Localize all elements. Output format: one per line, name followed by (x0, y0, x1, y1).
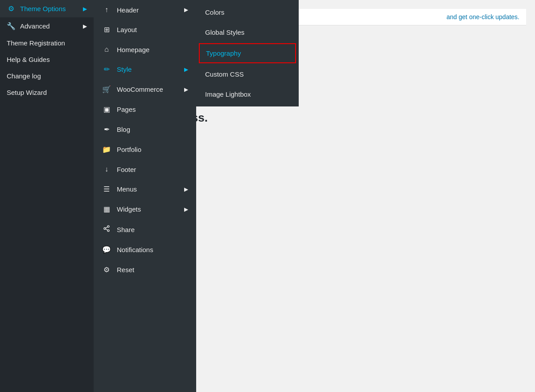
sidebar-item-label: Change log (7, 72, 41, 80)
submenu-global-styles[interactable]: Global Styles (196, 22, 299, 42)
cart-icon: 🛒 (102, 85, 111, 94)
dropdown-header[interactable]: ↑ Header ▶ (94, 0, 196, 20)
sidebar-item-advanced[interactable]: Advanced ▶ (0, 17, 94, 35)
dropdown-widgets[interactable]: ▦ Widgets ▶ (94, 199, 196, 219)
dropdown-layout[interactable]: ⊞ Layout (94, 20, 196, 40)
sidebar-item-theme-registration[interactable]: Theme Registration (0, 35, 94, 51)
dropdown-item-label: Widgets (117, 205, 141, 213)
sidebar-item-theme-options[interactable]: Theme Options ▶ (0, 0, 94, 17)
svg-line-3 (106, 229, 108, 230)
dropdown-item-label: Reset (117, 266, 134, 274)
gear-icon (7, 4, 16, 13)
dropdown-item-label: Footer (117, 166, 136, 173)
sidebar-item-help-guides[interactable]: Help & Guides (0, 51, 94, 68)
arrow-icon: ▶ (83, 6, 87, 12)
home-icon: ⌂ (102, 45, 111, 53)
wrench-icon (7, 22, 16, 30)
down-arrow-icon: ↓ (102, 165, 111, 173)
dropdown-item-label: Style (117, 65, 132, 73)
submenu-image-lightbox[interactable]: Image Lightbox (196, 84, 299, 104)
dropdown-item-label: Menus (117, 185, 137, 193)
dropdown-level3: Colors Global Styles Typography Custom C… (196, 0, 299, 106)
dropdown-style[interactable]: ✏ Style ▶ (94, 59, 196, 79)
update-text: and get one-click updates. (447, 13, 519, 20)
dropdown-item-label: WooCommerce (117, 86, 163, 93)
dropdown-pages[interactable]: ▣ Pages (94, 99, 196, 119)
grid-icon: ⊞ (102, 25, 111, 34)
dropdown-item-label: Share (117, 226, 135, 233)
submenu-item-label: Global Styles (205, 29, 244, 36)
arrow-icon: ▶ (184, 206, 188, 212)
reset-icon: ⚙ (102, 265, 111, 274)
svg-point-1 (104, 228, 106, 229)
submenu-item-label: Image Lightbox (205, 90, 251, 98)
blog-icon: ✒ (102, 125, 111, 134)
dropdown-footer[interactable]: ↓ Footer (94, 159, 196, 179)
dropdown-woocommerce[interactable]: 🛒 WooCommerce ▶ (94, 79, 196, 99)
arrow-icon: ▶ (184, 186, 188, 192)
svg-point-0 (107, 225, 109, 227)
submenu-custom-css[interactable]: Custom CSS (196, 64, 299, 84)
dropdown-item-label: Layout (117, 26, 137, 33)
submenu-colors[interactable]: Colors (196, 2, 299, 22)
arrow-icon: ▶ (184, 7, 188, 13)
dropdown-reset[interactable]: ⚙ Reset (94, 260, 196, 280)
submenu-typography[interactable]: Typography (199, 43, 296, 63)
arrow-icon: ▶ (184, 86, 188, 93)
submenu-item-label: Colors (205, 8, 224, 16)
sidebar-item-label: Theme Registration (7, 39, 65, 47)
dropdown-portfolio[interactable]: 📁 Portfolio (94, 139, 196, 159)
dropdown-item-label: Homepage (117, 46, 149, 53)
page-icon: ▣ (102, 105, 111, 114)
sidebar-item-setup-wizard[interactable]: Setup Wizard (0, 84, 94, 101)
dropdown-item-label: Portfolio (117, 146, 141, 153)
dropdown-menus[interactable]: ☰ Menus ▶ (94, 179, 196, 199)
arrow-icon: ▶ (184, 66, 188, 73)
dropdown-level2: ↑ Header ▶ ⊞ Layout ⌂ Homepage ✏ Style ▶… (94, 0, 196, 392)
dropdown-item-label: Notifications (117, 246, 153, 253)
up-arrow-icon: ↑ (102, 6, 111, 14)
sidebar: Theme Options ▶ Advanced ▶ Theme Registr… (0, 0, 94, 392)
submenu-item-label: Custom CSS (205, 70, 244, 78)
dropdown-share[interactable]: Share (94, 219, 196, 240)
sidebar-item-label: Theme Options (20, 5, 66, 12)
svg-line-4 (106, 227, 108, 228)
arrow-icon: ▶ (83, 23, 87, 29)
sidebar-item-change-log[interactable]: Change log (0, 68, 94, 84)
sidebar-item-label: Setup Wizard (7, 89, 47, 96)
dropdown-homepage[interactable]: ⌂ Homepage (94, 40, 196, 59)
menu-icon: ☰ (102, 185, 111, 193)
svg-point-2 (107, 230, 109, 232)
widget-icon: ▦ (102, 205, 111, 213)
notifications-icon: 💬 (102, 245, 111, 254)
dropdown-item-label: Blog (117, 126, 130, 133)
dropdown-blog[interactable]: ✒ Blog (94, 119, 196, 139)
sidebar-item-label: Advanced (20, 22, 50, 30)
sidebar-item-label: Help & Guides (7, 56, 50, 63)
dropdown-notifications[interactable]: 💬 Notifications (94, 240, 196, 260)
share-icon (102, 225, 111, 234)
dropdown-item-label: Pages (117, 106, 136, 113)
portfolio-icon: 📁 (102, 145, 111, 154)
paint-icon: ✏ (102, 65, 111, 74)
submenu-item-label: Typography (206, 49, 241, 57)
dropdown-item-label: Header (117, 6, 139, 14)
